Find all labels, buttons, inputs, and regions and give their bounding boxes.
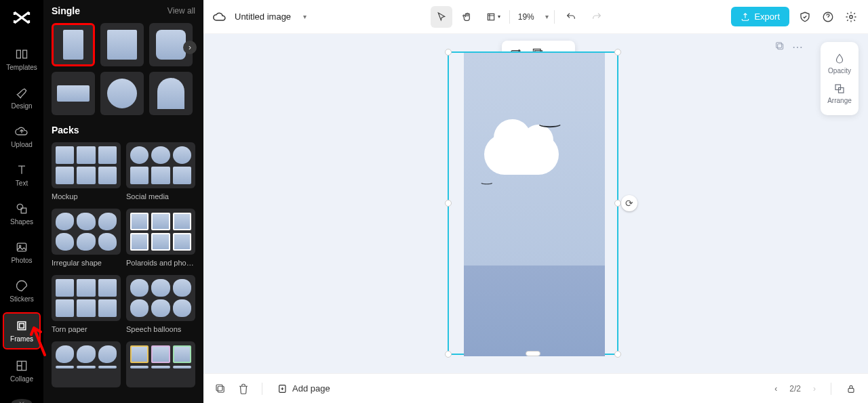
svg-rect-7 [20,324,24,328]
app-logo[interactable] [11,7,33,28]
svg-rect-20 [848,388,854,392]
rail-collage[interactable]: Collage [3,354,41,388]
rail-design[interactable]: Design [3,81,41,115]
left-rail: Templates Design Upload Text Shapes Phot… [0,0,43,403]
pack-irregular-shape[interactable] [52,209,121,255]
frame-square[interactable] [100,23,144,66]
resize-handle[interactable] [445,49,452,56]
bird-graphic: ⌣ [480,178,493,188]
rail-stickers[interactable]: Stickers [3,274,41,308]
resize-handle[interactable] [614,200,621,207]
resize-handle[interactable] [614,49,621,56]
pack-speech-balloons[interactable] [126,275,195,321]
arrange-label: Arrange [827,97,852,104]
crop-tool-icon[interactable]: ▾ [482,6,504,28]
export-button[interactable]: Export [731,7,789,26]
pack-label: Irregular shape [52,259,121,267]
resize-handle[interactable] [445,200,452,207]
undo-icon[interactable] [560,6,582,28]
duplicate-page-icon[interactable] [774,41,785,54]
frame-placeholder-image: ⌣ ⌣ [464,53,605,356]
pack-label: Speech balloons [126,325,195,333]
document-title[interactable]: Untitled image [235,12,291,22]
title-dropdown-icon[interactable]: ▾ [303,13,307,20]
canvas[interactable]: Page 2 ⋯ ⋯ ⌣ ⌣ ⟳ [203,34,868,373]
pack-extra-2[interactable] [126,341,195,387]
rail-templates[interactable]: Templates [3,42,41,77]
cloud-graphic [484,134,559,175]
frame-circle[interactable] [100,72,144,115]
frames-panel: Single View all › Packs Mockup Social me… [43,0,203,403]
pack-polaroids[interactable] [126,209,195,255]
opacity-control[interactable]: Opacity [821,49,859,79]
resize-handle[interactable] [526,351,540,356]
main-area: Untitled image ▾ ▾ 19% ▾ Export Page 2 [203,0,868,403]
hand-tool-icon[interactable] [456,6,478,28]
pack-social-media[interactable] [126,142,195,188]
single-title: Single [52,5,80,16]
resize-handle[interactable] [445,351,452,358]
rail-photos[interactable]: Photos [3,235,41,270]
svg-point-2 [17,204,22,209]
rotate-handle-icon[interactable]: ⟳ [621,195,637,211]
pack-mockup[interactable] [52,142,121,188]
topbar: Untitled image ▾ ▾ 19% ▾ Export [203,0,868,34]
svg-rect-18 [216,385,222,391]
delete-icon[interactable] [236,381,251,396]
rail-label: Upload [11,141,33,148]
rail-frames[interactable]: Frames [3,312,41,349]
rail-text[interactable]: Text [3,158,41,192]
scroll-right-icon[interactable]: › [183,41,197,54]
packs-title: Packs [52,125,195,135]
settings-icon[interactable] [844,9,859,24]
rail-label: Collage [10,375,33,383]
page-more-icon[interactable]: ⋯ [792,41,803,54]
pack-extra-1[interactable] [52,341,121,387]
frame-landscape[interactable] [52,72,95,115]
rail-upload[interactable]: Upload [3,119,41,154]
rail-label: Frames [10,335,33,343]
rail-label: Shapes [10,218,33,226]
add-page-button[interactable]: Add page [273,381,334,397]
svg-rect-21 [835,85,841,90]
svg-rect-1 [23,50,27,58]
redo-icon[interactable] [586,6,608,28]
lock-icon[interactable] [844,381,859,396]
zoom-level[interactable]: 19% [515,12,537,22]
view-all-link[interactable]: View all [167,6,195,16]
svg-rect-0 [17,50,21,58]
next-page-icon[interactable]: › [810,381,818,396]
pack-label: Polaroids and photo f… [126,259,195,267]
selected-frame[interactable]: ⌣ ⌣ ⟳ [448,51,618,355]
page-tools: ⋯ [774,41,803,54]
pack-torn-paper[interactable] [52,275,121,321]
select-tool-icon[interactable] [431,6,452,28]
rail-label: Templates [6,64,37,71]
resize-handle[interactable] [614,351,621,358]
frame-arch[interactable] [149,72,193,115]
rail-label: Stickers [9,295,34,303]
arrange-control[interactable]: Arrange [821,79,859,108]
prev-page-icon[interactable]: ‹ [772,381,780,396]
svg-rect-22 [839,88,844,93]
rail-label: Text [16,179,28,187]
rail-label: Photos [11,257,32,264]
rail-label: Design [11,102,32,110]
zoom-dropdown-icon[interactable]: ▾ [545,13,549,20]
rail-more[interactable] [12,399,32,403]
svg-rect-9 [488,14,494,20]
shield-icon[interactable] [797,9,812,24]
rail-shapes[interactable]: Shapes [3,196,41,231]
svg-rect-4 [17,243,26,251]
pack-label: Mockup [52,192,121,200]
help-icon[interactable] [821,9,835,24]
svg-point-11 [850,15,853,18]
page-count: 2/2 [789,384,801,394]
cloud-save-icon[interactable] [213,10,226,24]
svg-rect-17 [218,386,224,392]
svg-rect-13 [776,43,782,48]
bottombar: Add page ‹ 2/2 › [203,373,868,403]
right-property-panel: Opacity Arrange [821,42,859,115]
layers-icon[interactable] [213,381,228,396]
frame-tall-portrait[interactable] [52,23,95,66]
